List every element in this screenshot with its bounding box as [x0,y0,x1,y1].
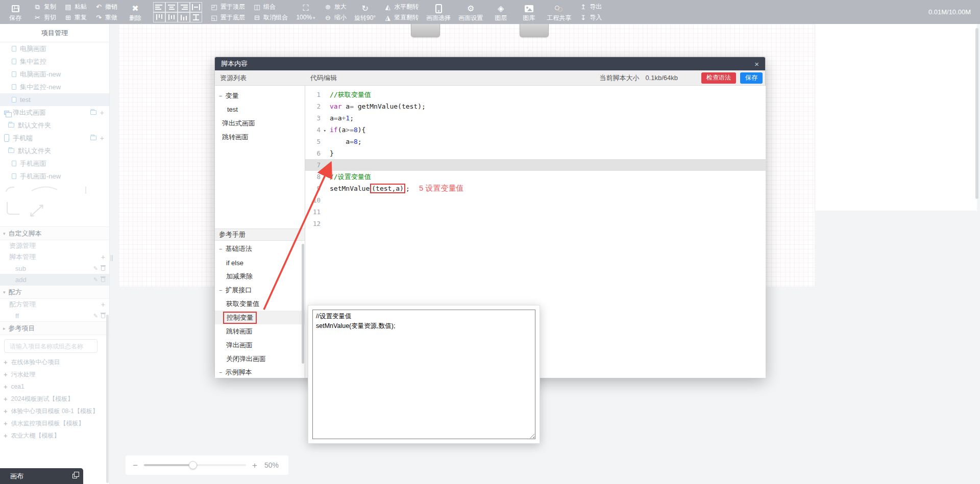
sidebar-tree-item[interactable]: test [0,93,109,106]
manual-item[interactable]: 跳转画面 [215,324,305,338]
zoom-in-button[interactable]: + [251,461,258,470]
sidebar-tree-item[interactable]: 电脑画面-new [0,68,109,81]
manual-scrollbar[interactable] [302,244,304,364]
expand-plus-icon[interactable]: + [4,407,8,415]
toolbar-layers-button[interactable]: ◈图层 [491,1,511,23]
project-search-input[interactable] [4,339,97,353]
toolbar-screen-settings-button[interactable]: ⚙画面设置 [458,1,483,23]
manual-item[interactable]: − 示例脚本 [215,366,305,379]
toolbar-cut-button[interactable]: ✂剪切 [33,12,56,23]
sidebar-tree-item[interactable]: 手机端 + [0,132,109,144]
reference-project-item[interactable]: + cea1 [0,380,109,393]
code-line[interactable]: 2var a= getMnValue(test); [305,100,766,112]
distribute-horizontal-button[interactable] [190,2,202,12]
zoom-slider-track[interactable] [144,464,246,466]
fold-caret-icon[interactable]: ▾ [324,128,326,133]
toolbar-flip-horizontal-button[interactable]: ◭水平翻转 [383,2,419,12]
sidebar-tree-item[interactable]: 集中监控-new [0,81,109,93]
resource-item[interactable]: − 变量 [215,89,305,103]
close-icon[interactable]: × [754,60,759,68]
code-line[interactable]: 12 [305,218,766,230]
zoom-slider-thumb[interactable] [189,461,197,469]
toolbar-ungroup-button[interactable]: ⊟取消组合 [253,12,288,23]
recipe-item[interactable]: 配方管理 + [0,299,109,310]
toolbar-import-button[interactable]: ↧导入 [579,12,602,23]
toolbar-rotate-90-button[interactable]: ↻旋转90° [354,1,376,23]
expand-plus-icon[interactable]: + [4,383,8,391]
toolbar-screen-select-button[interactable]: 画面选择 [426,1,451,23]
toolbar-undo-button[interactable]: ↶撤销 [94,2,117,12]
main-vertical-scrollbar[interactable] [975,28,978,199]
add-folder-icon[interactable] [90,110,96,115]
script-item[interactable]: sub ✎ [0,263,109,274]
plus-icon[interactable]: + [101,301,105,308]
toolbar-duplicate-button[interactable]: ⊞重复 [64,12,87,23]
trash-icon[interactable] [101,277,105,282]
manual-item[interactable]: 弹出画面 [215,338,305,352]
sidebar-tree-item[interactable]: 手机画面 [0,157,109,170]
resource-item[interactable]: 跳转画面 [215,130,305,144]
canvas-button-shape[interactable] [411,24,440,37]
section-reference-projects[interactable]: ▸ 参考项目 [0,321,109,335]
sidebar-tree-item[interactable]: 默认文件夹 [0,144,109,157]
toolbar-save-button[interactable]: 保存 [5,1,26,23]
restore-window-icon[interactable] [72,474,77,478]
sidebar-tree-item[interactable]: 手机画面-new [0,170,109,183]
code-line[interactable]: 5 a=8; [305,136,766,147]
expand-plus-icon[interactable]: + [4,432,8,440]
align-left-button[interactable] [153,2,165,12]
expand-plus-icon[interactable]: + [4,371,8,378]
code-line[interactable]: 1//获取变量值 [305,89,766,100]
script-item[interactable]: 脚本管理 + [0,251,109,263]
align-center-horizontal-button[interactable] [165,2,178,12]
align-middle-button[interactable] [165,12,178,22]
add-folder-icon[interactable] [90,136,96,140]
code-line[interactable]: 6} [305,147,766,159]
manual-example-textarea[interactable] [312,310,535,439]
resource-item[interactable]: 弹出式画面 [215,116,305,130]
collapse-minus-icon[interactable]: − [219,93,222,99]
sidebar-scrollbar[interactable] [106,315,109,483]
toolbar-bring-to-front-button[interactable]: ◰置于顶层 [210,2,245,12]
toolbar-zoom-out-button[interactable]: ⊖缩小 [324,12,347,23]
reference-project-item[interactable]: + 在线体验中心项目 [0,356,109,368]
sidebar-collapse-handle[interactable] [109,252,114,264]
toolbar-paste-button[interactable]: ▤粘贴 [64,2,87,12]
script-item[interactable]: add ✎ [0,274,109,285]
zoom-out-button[interactable]: − [132,461,139,470]
canvas-button-shape[interactable] [520,24,549,37]
code-line[interactable]: 8//设置变量值 [305,171,766,183]
sidebar-tree-item[interactable]: 默认文件夹 [0,119,109,132]
expand-plus-icon[interactable]: + [4,359,8,366]
manual-item[interactable]: if else [215,256,305,270]
code-line[interactable]: 3a=a+1; [305,112,766,124]
reference-project-item[interactable]: + 供水监控项目模板【模板】 [0,417,109,429]
align-top-button[interactable] [153,12,165,22]
pencil-icon[interactable]: ✎ [93,313,98,319]
save-script-button[interactable]: 保存 [740,72,763,84]
toolbar-zoom-fit-button[interactable]: ⛶100%▾ [296,1,316,23]
expand-plus-icon[interactable]: + [4,420,8,427]
toolbar-copy-button[interactable]: ⧉复制 [33,2,56,12]
toolbar-send-to-back-button[interactable]: ◱置于底层 [210,12,245,23]
code-line[interactable]: 7 [305,159,766,171]
sidebar-tree-item[interactable]: 电脑画面 [0,42,109,55]
resource-item[interactable]: test [215,103,305,116]
code-line[interactable]: 4▾if(a>=8){ [305,124,766,136]
pencil-icon[interactable]: ✎ [93,266,98,271]
toolbar-flip-vertical-button[interactable]: ◮竖直翻转 [383,12,419,23]
manual-item[interactable]: − 基础语法 [215,242,305,256]
toolbar-gallery-button[interactable]: 图库 [519,1,539,23]
reference-project-item[interactable]: + 农业大棚【模板】 [0,429,109,442]
sidebar-tree-item[interactable]: 弹出式画面 + [0,106,109,119]
collapse-minus-icon[interactable]: − [219,287,222,293]
expand-plus-icon[interactable]: + [4,395,8,403]
plus-icon[interactable]: + [100,109,104,116]
toolbar-redo-button[interactable]: ↷重做 [94,12,117,23]
plus-icon[interactable]: + [101,253,105,261]
manual-item[interactable]: 获取变量值 [215,297,305,311]
collapse-minus-icon[interactable]: − [219,369,222,375]
toolbar-zoom-in-button[interactable]: ⊕放大 [324,2,347,12]
reference-project-item[interactable]: + 体验中心项目模板 08-1【模板】 [0,405,109,417]
manual-item[interactable]: 关闭弹出画面 [215,352,305,366]
